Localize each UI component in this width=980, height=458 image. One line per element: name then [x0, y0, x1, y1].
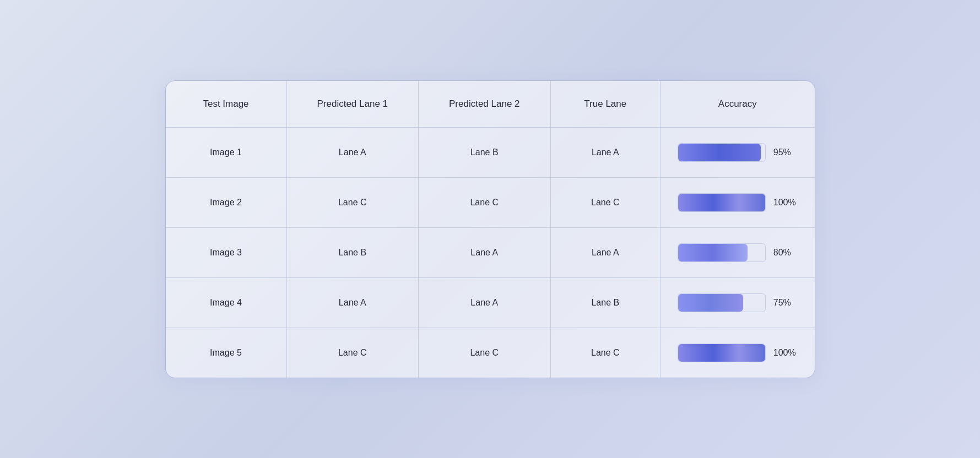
cell-test-image: Image 4: [166, 277, 287, 328]
header-accuracy: Accuracy: [660, 81, 815, 128]
cell-predicted-lane-1: Lane A: [286, 127, 419, 177]
accuracy-cell-container: 95%: [672, 143, 803, 162]
cell-test-image: Image 3: [166, 227, 287, 277]
cell-predicted-lane-1: Lane B: [286, 227, 419, 277]
cell-true-lane: Lane A: [550, 127, 660, 177]
accuracy-bar-fill: [678, 344, 765, 362]
accuracy-cell-container: 100%: [672, 344, 803, 362]
accuracy-percent-label: 95%: [773, 148, 798, 157]
table-header: Test Image Predicted Lane 1 Predicted La…: [166, 81, 815, 128]
accuracy-bar-fill: [678, 144, 761, 161]
accuracy-bar-container: [678, 143, 766, 162]
accuracy-bar-container: [678, 243, 766, 262]
cell-true-lane: Lane C: [550, 177, 660, 227]
cell-accuracy: 95%: [660, 127, 815, 177]
table-row: Image 4 Lane A Lane A Lane B 75%: [166, 277, 815, 328]
cell-predicted-lane-1: Lane C: [286, 328, 419, 378]
cell-test-image: Image 5: [166, 328, 287, 378]
table-body: Image 1 Lane A Lane B Lane A 95% Image 2…: [166, 127, 815, 378]
accuracy-cell-container: 75%: [672, 293, 803, 312]
table-row: Image 3 Lane B Lane A Lane A 80%: [166, 227, 815, 277]
cell-true-lane: Lane A: [550, 227, 660, 277]
accuracy-bar-fill: [678, 294, 744, 312]
cell-test-image: Image 2: [166, 177, 287, 227]
cell-predicted-lane-2: Lane C: [419, 177, 551, 227]
cell-predicted-lane-2: Lane B: [419, 127, 551, 177]
header-predicted-lane-1: Predicted Lane 1: [286, 81, 419, 128]
cell-accuracy: 75%: [660, 277, 815, 328]
table-row: Image 1 Lane A Lane B Lane A 95%: [166, 127, 815, 177]
header-predicted-lane-2: Predicted Lane 2: [419, 81, 551, 128]
cell-true-lane: Lane C: [550, 328, 660, 378]
table-row: Image 5 Lane C Lane C Lane C 100%: [166, 328, 815, 378]
accuracy-bar-container: [678, 344, 766, 362]
cell-predicted-lane-2: Lane A: [419, 227, 551, 277]
cell-predicted-lane-2: Lane A: [419, 277, 551, 328]
accuracy-bar-container: [678, 193, 766, 212]
accuracy-percent-label: 75%: [773, 298, 798, 308]
accuracy-percent-label: 100%: [773, 198, 798, 208]
accuracy-cell-container: 80%: [672, 243, 803, 262]
accuracy-percent-label: 80%: [773, 248, 798, 258]
header-row: Test Image Predicted Lane 1 Predicted La…: [166, 81, 815, 128]
cell-test-image: Image 1: [166, 127, 287, 177]
table-row: Image 2 Lane C Lane C Lane C 100%: [166, 177, 815, 227]
cell-accuracy: 80%: [660, 227, 815, 277]
cell-predicted-lane-1: Lane A: [286, 277, 419, 328]
accuracy-bar-fill: [678, 194, 765, 211]
header-true-lane: True Lane: [550, 81, 660, 128]
accuracy-cell-container: 100%: [672, 193, 803, 212]
cell-predicted-lane-2: Lane C: [419, 328, 551, 378]
cell-accuracy: 100%: [660, 328, 815, 378]
accuracy-percent-label: 100%: [773, 348, 798, 358]
results-table: Test Image Predicted Lane 1 Predicted La…: [166, 81, 815, 378]
cell-predicted-lane-1: Lane C: [286, 177, 419, 227]
main-card: Test Image Predicted Lane 1 Predicted La…: [165, 80, 815, 378]
accuracy-bar-container: [678, 293, 766, 312]
cell-true-lane: Lane B: [550, 277, 660, 328]
accuracy-bar-fill: [678, 244, 748, 261]
cell-accuracy: 100%: [660, 177, 815, 227]
header-test-image: Test Image: [166, 81, 287, 128]
